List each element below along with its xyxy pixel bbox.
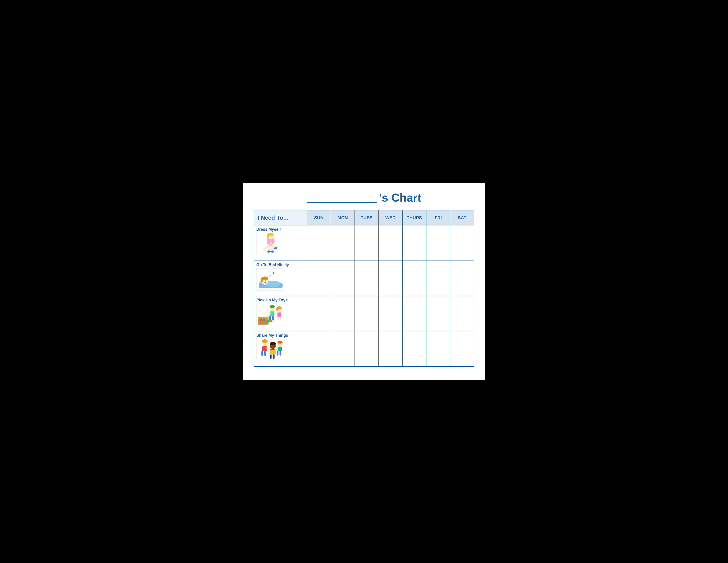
header-tues: TUES: [355, 210, 379, 225]
chart-title: 's Chart: [379, 192, 421, 203]
day-cell-dress-fri[interactable]: [426, 225, 450, 260]
svg-rect-34: [277, 313, 281, 317]
task-image-dress-myself: [256, 233, 285, 255]
svg-point-51: [277, 341, 283, 344]
day-cell-share-tues[interactable]: [355, 331, 379, 367]
task-cell-go-to-bed: Go To Bed Nicely: [254, 260, 307, 296]
name-underline: [307, 202, 377, 203]
title-area: 's Chart: [254, 192, 474, 203]
svg-point-23: [260, 319, 262, 321]
task-image-share-things: [256, 339, 285, 361]
task-cell-dress-myself: Dress Myself: [254, 225, 307, 260]
svg-text:z: z: [273, 271, 274, 274]
task-label-go-to-bed: Go To Bed Nicely: [256, 262, 305, 267]
day-cell-dress-thurs[interactable]: [402, 225, 426, 260]
task-row-dress-myself: Dress Myself: [254, 225, 474, 260]
svg-rect-38: [270, 320, 272, 322]
day-cell-bed-wed[interactable]: [379, 260, 402, 296]
task-image-go-to-bed: z z z: [256, 268, 285, 291]
task-row-share-things: Share My Things: [254, 331, 474, 367]
svg-text:z: z: [271, 273, 273, 275]
task-cell-pick-up-toys: Pick Up My Toys: [254, 296, 307, 331]
day-cell-share-sun[interactable]: [307, 331, 331, 367]
name-line-wrapper: [307, 202, 377, 203]
svg-point-6: [267, 250, 271, 252]
task-row-go-to-bed: Go To Bed Nicely: [254, 260, 474, 296]
task-label-share-things: Share My Things: [256, 333, 305, 338]
day-cell-bed-sun[interactable]: [307, 260, 331, 296]
day-cell-toys-wed[interactable]: [379, 296, 402, 331]
day-cell-dress-sat[interactable]: [450, 225, 474, 260]
svg-rect-36: [280, 317, 281, 321]
day-cell-toys-mon[interactable]: [331, 296, 355, 331]
day-cell-bed-sat[interactable]: [450, 260, 474, 296]
svg-rect-27: [270, 311, 274, 316]
day-cell-bed-mon[interactable]: [331, 260, 355, 296]
header-wed: WED: [379, 210, 402, 225]
header-sat: SAT: [450, 210, 474, 225]
day-cell-dress-sun[interactable]: [307, 225, 331, 260]
svg-point-7: [271, 250, 274, 252]
svg-rect-41: [262, 346, 267, 351]
svg-rect-29: [272, 316, 274, 321]
svg-rect-54: [280, 351, 281, 356]
day-cell-share-thurs[interactable]: [402, 331, 426, 367]
first-col-header: I Need To…: [254, 210, 307, 225]
task-row-pick-up-toys: Pick Up My Toys: [254, 296, 474, 331]
day-cell-dress-tues[interactable]: [355, 225, 379, 260]
day-cell-dress-wed[interactable]: [379, 225, 402, 260]
day-cell-dress-mon[interactable]: [331, 225, 355, 260]
svg-rect-49: [273, 354, 275, 359]
svg-point-3: [267, 234, 269, 238]
header-sun: SUN: [307, 210, 331, 225]
day-cell-toys-sat[interactable]: [450, 296, 474, 331]
svg-point-11: [263, 248, 266, 250]
svg-point-40: [262, 339, 268, 343]
svg-rect-28: [269, 316, 271, 321]
header-thurs: THURS: [402, 210, 426, 225]
header-fri: FRI: [426, 210, 450, 225]
day-cell-share-sat[interactable]: [450, 331, 474, 367]
svg-point-37: [267, 320, 270, 323]
svg-point-46: [270, 342, 276, 346]
day-cell-toys-tues[interactable]: [355, 296, 379, 331]
svg-line-44: [267, 348, 271, 350]
day-cell-toys-sun[interactable]: [307, 296, 331, 331]
task-label-pick-up-toys: Pick Up My Toys: [256, 298, 305, 303]
day-cell-share-wed[interactable]: [379, 331, 402, 367]
day-cell-toys-thurs[interactable]: [402, 296, 426, 331]
day-cell-bed-thurs[interactable]: [402, 260, 426, 296]
day-cell-toys-fri[interactable]: [426, 296, 450, 331]
page: 's Chart I Need To… SUN MON TUES WED THU…: [243, 183, 485, 380]
svg-rect-22: [258, 317, 268, 320]
svg-text:z: z: [269, 274, 271, 278]
task-image-pick-up-toys: [256, 304, 285, 326]
svg-rect-35: [278, 317, 279, 321]
header-row: I Need To… SUN MON TUES WED THURS FRI SA…: [254, 210, 474, 225]
svg-rect-53: [277, 351, 278, 356]
svg-line-30: [267, 313, 270, 317]
day-cell-share-mon[interactable]: [331, 331, 355, 367]
svg-rect-48: [270, 354, 272, 359]
header-mon: MON: [331, 210, 355, 225]
day-cell-share-fri[interactable]: [426, 331, 450, 367]
svg-rect-24: [263, 319, 265, 321]
task-cell-share-things: Share My Things: [254, 331, 307, 367]
svg-point-33: [276, 307, 278, 311]
svg-rect-52: [278, 347, 282, 352]
svg-rect-42: [261, 351, 263, 356]
chore-chart-table: I Need To… SUN MON TUES WED THURS FRI SA…: [254, 210, 474, 367]
day-cell-bed-fri[interactable]: [426, 260, 450, 296]
svg-point-17: [261, 277, 263, 283]
task-label-dress-myself: Dress Myself: [256, 227, 305, 232]
svg-point-26: [270, 305, 275, 308]
svg-rect-43: [264, 351, 266, 356]
day-cell-bed-tues[interactable]: [355, 260, 379, 296]
